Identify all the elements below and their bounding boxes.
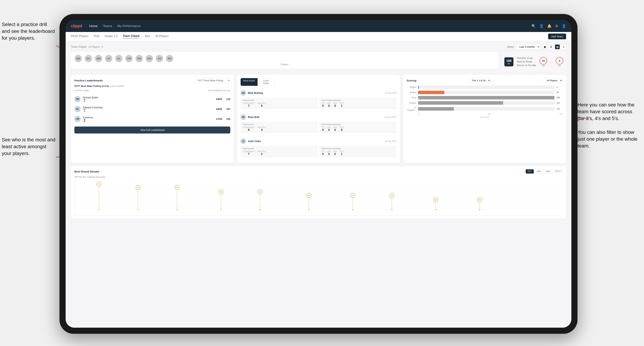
logo: clippd bbox=[71, 24, 82, 28]
avatar-9[interactable]: AS bbox=[156, 55, 163, 62]
bar-fill-bogeys bbox=[418, 101, 503, 105]
pa-stats-2: Total Rounds Tournament 8 Practice 4 bbox=[240, 122, 396, 133]
team-header: Team Clippd 14 Players ✎ Show: Last 3 mo… bbox=[71, 44, 566, 49]
streak-dot-4: 5x bbox=[218, 189, 224, 210]
scoring-header: Scoring Par 3, 4 & 5s Par 3s Par 4s Par … bbox=[407, 78, 562, 83]
list-item: BM Blair McHarg 26 Aug 2023 Total Rounds… bbox=[240, 88, 396, 112]
streaks-card: Best Round Streaks OTT APP ARG PUTT Off … bbox=[71, 166, 566, 219]
bar-fill-birdies bbox=[418, 91, 444, 94]
table-row: RB Richard Butler 🥇 19/20 110 bbox=[74, 94, 230, 104]
settings-icon[interactable]: ⚙ bbox=[555, 24, 558, 28]
table-row: EC Edward Crossman 🥈 18/20 107 bbox=[74, 104, 230, 114]
player-avatars: RB EC BM JC KL TW PM GH AS RR bbox=[74, 55, 495, 62]
pa-header-1: BM Blair McHarg 26 Aug 2023 bbox=[240, 90, 396, 96]
lb-score-1: 19/20 bbox=[214, 98, 222, 100]
bar-track-pars bbox=[418, 96, 555, 99]
pa-date-1: 26 Aug 2023 bbox=[385, 92, 396, 94]
lb-name-2: Edward Crossman bbox=[83, 106, 212, 109]
streaks-header: Best Round Streaks OTT APP ARG PUTT bbox=[74, 169, 562, 173]
yardage-start: 16 bbox=[540, 57, 547, 65]
pa-practice-activities-2: Total Practice Activities OTT 0 APP 0 bbox=[319, 122, 396, 133]
streaks-subtitle: Off The Tee, Fairway Accuracy bbox=[74, 176, 562, 178]
avatar-2[interactable]: EC bbox=[84, 55, 92, 62]
avatar-10[interactable]: RR bbox=[166, 55, 174, 62]
lb-avatar-1: RB bbox=[74, 96, 81, 102]
show-label: Show: bbox=[507, 45, 514, 48]
nav-home[interactable]: Home bbox=[89, 24, 98, 28]
show-select[interactable]: Last 3 months Last 6 months Last year bbox=[516, 44, 540, 49]
avatar-1[interactable]: RB bbox=[74, 55, 82, 62]
activity-tabs: Most Active Least Active bbox=[240, 78, 274, 86]
nav-my-performance[interactable]: My Performance bbox=[118, 24, 140, 28]
bar-label-bogeys: Bogeys bbox=[407, 102, 416, 104]
streak-dot-3: 6x bbox=[175, 185, 180, 210]
streaks-chart: 7x 6x 6x 5x bbox=[74, 181, 562, 216]
drill-select[interactable]: PUTT Must Make Putting... bbox=[195, 78, 230, 83]
yardage-end: 0 bbox=[556, 57, 563, 65]
pa-practice-activities-1: Total Practice Activities OTT 0 APP 0 bbox=[319, 98, 396, 109]
pa-name-2: Rees Britt bbox=[248, 116, 383, 119]
streak-dot-10: 3x bbox=[477, 197, 482, 210]
tab-least-active[interactable]: Least Active bbox=[258, 78, 274, 86]
bar-row-eagles: Eagles 3 bbox=[407, 85, 562, 89]
x-axis-title: Total Shots bbox=[407, 116, 562, 118]
subnav-hcaps[interactable]: Hcaps 1-5 bbox=[105, 35, 118, 38]
bar-fill-eagles bbox=[418, 85, 419, 89]
scoring-filter-par[interactable]: Par 3, 4 & 5s Par 3s Par 4s Par 5s bbox=[469, 78, 491, 83]
streak-dot-8: 4x bbox=[390, 193, 394, 210]
table-view-icon[interactable]: ≡ bbox=[561, 44, 566, 49]
bar-value-eagles: 3 bbox=[556, 86, 562, 88]
avatar-6[interactable]: TW bbox=[125, 55, 133, 62]
bar-track-eagles bbox=[418, 85, 555, 89]
view-full-leaderboard-button[interactable]: View Full Leaderboard bbox=[74, 127, 230, 134]
streaks-tabs: OTT APP ARG PUTT bbox=[526, 169, 562, 173]
activity-header: Most Active Least Active bbox=[240, 78, 396, 86]
list-item: JC Josh Coles 26 Aug 2023 Total Rounds T… bbox=[240, 136, 396, 160]
lb-score-3: 17/20 bbox=[214, 118, 222, 120]
bar-row-dbogeys: D. Bogeys + 131 bbox=[407, 106, 562, 111]
add-team-button[interactable]: Add Team bbox=[548, 33, 566, 39]
avatar-5[interactable]: KL bbox=[115, 55, 123, 62]
streak-dot-7: 4x bbox=[350, 193, 355, 210]
subnav-tour[interactable]: Tour bbox=[144, 35, 150, 38]
tab-arg[interactable]: ARG bbox=[544, 169, 552, 173]
lb-badge-1: 🥇 bbox=[83, 99, 212, 102]
x-label-200: 200 bbox=[488, 113, 491, 115]
lb-avatar-2: EC bbox=[74, 106, 81, 112]
subnav: PGAT Players PGA Hcaps 1-5 Team Clippd T… bbox=[66, 32, 572, 41]
tab-most-active[interactable]: Most Active bbox=[240, 78, 258, 86]
list-view-icon[interactable]: ☰ bbox=[548, 44, 554, 49]
players-strip: RB EC BM JC KL TW PM GH AS RR Players bbox=[71, 52, 498, 68]
avatar-8[interactable]: GH bbox=[146, 55, 153, 62]
avatar-nav[interactable]: 👤 bbox=[562, 24, 566, 28]
annotation-bottom-left: See who is the most and least active amo… bbox=[2, 136, 56, 157]
tab-putt[interactable]: PUTT bbox=[553, 169, 562, 173]
subnav-team-clippd[interactable]: Team Clippd bbox=[123, 34, 140, 39]
scoring-filter-player[interactable]: All Players bbox=[544, 78, 562, 83]
edit-icon[interactable]: ✎ bbox=[101, 45, 104, 48]
subnav-all-players[interactable]: All Players bbox=[156, 35, 169, 38]
bar-fill-pars bbox=[418, 96, 554, 99]
view-icons: ▣ ☰ ▦ ≡ bbox=[542, 44, 566, 49]
tab-app[interactable]: APP bbox=[535, 169, 543, 173]
search-icon[interactable]: 🔍 bbox=[532, 24, 536, 28]
bar-value-pars: 499 bbox=[556, 96, 562, 99]
avatar-4[interactable]: JC bbox=[105, 55, 112, 62]
card-view-icon[interactable]: ▦ bbox=[555, 44, 560, 49]
subnav-pga[interactable]: PGA bbox=[94, 35, 100, 38]
pa-avatar-3: JC bbox=[240, 138, 246, 144]
annotation-top-left: Select a practice drill and see the lead… bbox=[2, 21, 56, 42]
tab-ott[interactable]: OTT bbox=[526, 169, 534, 173]
avatar-7[interactable]: PM bbox=[135, 55, 143, 62]
bar-track-bogeys bbox=[418, 101, 555, 105]
pa-date-3: 26 Aug 2023 bbox=[385, 140, 396, 142]
avatar-3[interactable]: BM bbox=[95, 55, 102, 62]
subnav-pgat[interactable]: PGAT Players bbox=[71, 35, 88, 38]
players-label: Players bbox=[74, 63, 495, 66]
grid-view-icon[interactable]: ▣ bbox=[542, 44, 547, 49]
pa-total-rounds-1: Total Rounds Tournament 7 Practice 6 bbox=[240, 98, 318, 109]
streak-dot-5: 5x bbox=[258, 189, 262, 210]
nav-teams[interactable]: Teams bbox=[103, 24, 112, 28]
bell-icon[interactable]: 🔔 bbox=[547, 24, 552, 28]
user-icon[interactable]: 👤 bbox=[539, 24, 544, 28]
